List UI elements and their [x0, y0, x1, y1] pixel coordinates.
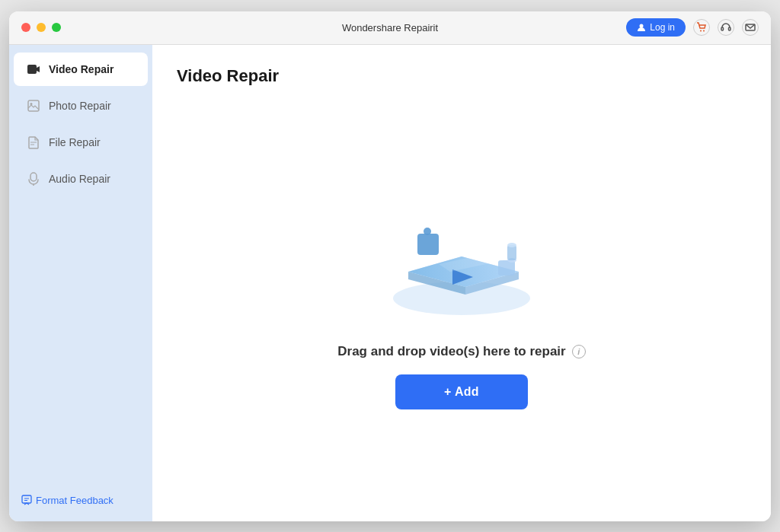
- info-icon[interactable]: i: [572, 345, 586, 358]
- main-layout: Video Repair Photo Repair: [9, 45, 771, 521]
- svg-rect-20: [498, 260, 515, 276]
- headset-icon[interactable]: [718, 19, 734, 36]
- svg-rect-4: [729, 27, 731, 30]
- sidebar-item-audio-repair[interactable]: Audio Repair: [14, 162, 148, 196]
- sidebar-spacer: [9, 197, 152, 486]
- titlebar: Wondershare Repairit Log in: [9, 11, 771, 45]
- sidebar-item-video-repair[interactable]: Video Repair: [14, 53, 148, 86]
- svg-rect-3: [721, 27, 724, 30]
- audio-repair-icon: [26, 171, 41, 186]
- drop-text-container: Drag and drop video(s) here to repair i: [337, 344, 585, 359]
- login-button[interactable]: Log in: [626, 18, 686, 37]
- titlebar-actions: Log in: [626, 18, 759, 37]
- video-illustration: [378, 192, 545, 329]
- sidebar-item-photo-repair[interactable]: Photo Repair: [14, 89, 148, 123]
- cart-icon[interactable]: [693, 19, 710, 36]
- svg-rect-13: [22, 495, 31, 503]
- format-feedback-label: Format Feedback: [36, 495, 113, 506]
- svg-point-0: [640, 24, 644, 28]
- svg-rect-7: [28, 100, 39, 111]
- close-button[interactable]: [21, 23, 30, 32]
- svg-rect-19: [424, 228, 431, 235]
- svg-point-1: [700, 30, 702, 32]
- add-button[interactable]: + Add: [395, 374, 528, 409]
- svg-rect-18: [417, 234, 439, 255]
- audio-repair-label: Audio Repair: [49, 173, 110, 185]
- login-label: Log in: [650, 22, 675, 33]
- file-repair-icon: [26, 135, 41, 150]
- app-title: Wondershare Repairit: [342, 22, 438, 33]
- content-area: Video Repair: [152, 45, 771, 521]
- minimize-button[interactable]: [37, 23, 46, 32]
- user-icon: [637, 23, 646, 32]
- page-title: Video Repair: [177, 66, 746, 86]
- sidebar-footer: Format Feedback: [9, 486, 152, 515]
- mail-icon[interactable]: [742, 19, 759, 36]
- svg-point-2: [703, 30, 705, 32]
- traffic-lights: [21, 23, 61, 32]
- photo-repair-label: Photo Repair: [49, 100, 111, 112]
- sidebar: Video Repair Photo Repair: [9, 45, 152, 521]
- format-feedback-link[interactable]: Format Feedback: [21, 495, 140, 506]
- app-window: Wondershare Repairit Log in: [9, 11, 771, 521]
- svg-point-23: [507, 243, 516, 247]
- file-repair-label: File Repair: [49, 136, 101, 148]
- svg-rect-6: [27, 65, 37, 74]
- drop-zone[interactable]: Drag and drop video(s) here to repair i …: [177, 101, 746, 500]
- video-repair-label: Video Repair: [49, 63, 113, 75]
- photo-repair-icon: [26, 98, 41, 113]
- video-repair-icon: [26, 62, 41, 77]
- svg-rect-11: [30, 173, 37, 181]
- feedback-icon: [21, 495, 32, 505]
- drop-instruction: Drag and drop video(s) here to repair: [337, 344, 565, 359]
- maximize-button[interactable]: [52, 23, 61, 32]
- sidebar-item-file-repair[interactable]: File Repair: [14, 126, 148, 159]
